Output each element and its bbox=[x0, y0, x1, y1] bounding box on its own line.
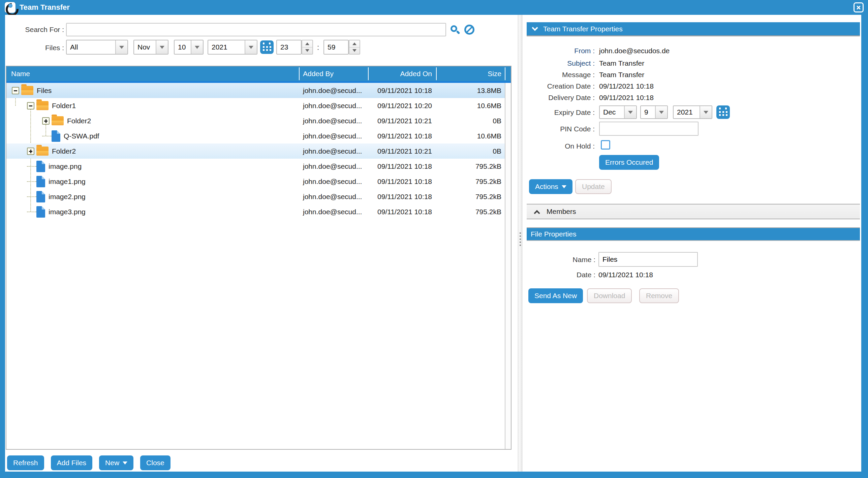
expiry-date-label: Expiry Date : bbox=[524, 108, 595, 117]
on-hold-checkbox[interactable] bbox=[601, 140, 610, 150]
year-select[interactable]: 2021 bbox=[208, 40, 257, 55]
actions-button[interactable]: Actions bbox=[529, 179, 572, 194]
file-name-text[interactable]: image2.png bbox=[49, 193, 86, 201]
expand-icon[interactable] bbox=[42, 117, 50, 125]
collapse-icon[interactable] bbox=[27, 102, 34, 109]
members-section-header[interactable]: Members bbox=[527, 204, 860, 219]
file-name-text[interactable]: Folder2 bbox=[52, 147, 76, 155]
dropdown-button[interactable] bbox=[191, 40, 203, 54]
tree-cell: Folder1 bbox=[6, 98, 298, 113]
search-icon[interactable] bbox=[451, 25, 457, 32]
file-name-input[interactable] bbox=[598, 252, 698, 267]
message-label: Message : bbox=[524, 71, 595, 79]
table-row[interactable]: image.pngjohn.doe@secud...09/11/2021 10:… bbox=[6, 159, 505, 174]
search-input[interactable] bbox=[66, 23, 446, 36]
size-cell: 795.2kB bbox=[436, 189, 501, 204]
file-name-text[interactable]: image1.png bbox=[49, 178, 86, 186]
hour-stepper[interactable] bbox=[302, 40, 313, 55]
file-name-text[interactable]: image.png bbox=[49, 162, 82, 170]
dropdown-button[interactable] bbox=[156, 40, 168, 54]
hour-input[interactable]: 23 bbox=[276, 40, 302, 55]
added-by-cell: john.doe@secud... bbox=[303, 204, 362, 219]
table-row[interactable]: Q-SWA.pdfjohn.doe@secud...09/11/2021 10:… bbox=[6, 128, 505, 144]
splitter-bar[interactable] bbox=[518, 15, 522, 472]
pin-code-label: PIN Code : bbox=[524, 125, 595, 133]
dropdown-button[interactable] bbox=[115, 40, 127, 54]
column-header-added-on[interactable]: Added On bbox=[369, 66, 432, 81]
table-row[interactable]: image2.pngjohn.doe@secud...09/11/2021 10… bbox=[6, 189, 505, 204]
chevron-down-icon bbox=[704, 111, 708, 114]
expand-icon[interactable] bbox=[27, 148, 34, 155]
dropdown-button[interactable] bbox=[245, 40, 257, 54]
close-button[interactable]: Close bbox=[140, 455, 170, 470]
add-files-button[interactable]: Add Files bbox=[51, 455, 93, 470]
minute-stepper[interactable] bbox=[349, 40, 360, 55]
expiry-calendar-icon[interactable] bbox=[716, 105, 730, 119]
month-select[interactable]: Nov bbox=[133, 40, 168, 55]
transfer-properties-header[interactable]: Team Transfer Properties bbox=[527, 22, 860, 36]
download-button[interactable]: Download bbox=[587, 288, 632, 303]
file-type-value: All bbox=[67, 43, 115, 51]
dropdown-button[interactable] bbox=[700, 106, 712, 118]
added-on-cell: 09/11/2021 10:18 bbox=[369, 128, 432, 144]
added-on-cell: 09/11/2021 10:18 bbox=[369, 83, 432, 98]
file-name-label: Name : bbox=[524, 256, 595, 264]
creation-date-value: 09/11/2021 10:18 bbox=[599, 82, 654, 90]
remove-button[interactable]: Remove bbox=[639, 288, 679, 303]
file-table: Name Added By Added On Size Filesjohn.do… bbox=[6, 66, 512, 450]
added-by-cell: john.doe@secud... bbox=[303, 144, 362, 159]
dropdown-button[interactable] bbox=[655, 106, 667, 118]
step-up-icon[interactable] bbox=[349, 40, 360, 47]
chevron-down-icon bbox=[123, 461, 127, 465]
panel-splitter[interactable] bbox=[516, 15, 524, 472]
file-name-text[interactable]: Folder2 bbox=[67, 117, 91, 125]
table-row[interactable]: image1.pngjohn.doe@secud...09/11/2021 10… bbox=[6, 174, 505, 189]
table-row[interactable]: image3.pngjohn.doe@secud...09/11/2021 10… bbox=[6, 204, 505, 219]
file-date-value: 09/11/2021 10:18 bbox=[598, 271, 653, 279]
step-down-icon[interactable] bbox=[349, 47, 360, 54]
column-header-name[interactable]: Name bbox=[11, 66, 30, 81]
size-cell: 13.8MB bbox=[436, 83, 501, 98]
calendar-icon[interactable] bbox=[260, 40, 274, 54]
collapse-icon[interactable] bbox=[12, 87, 19, 94]
refresh-button[interactable]: Refresh bbox=[7, 455, 44, 470]
column-header-size[interactable]: Size bbox=[436, 66, 501, 81]
send-as-new-button[interactable]: Send As New bbox=[528, 288, 583, 303]
table-row[interactable]: Folder1john.doe@secud...09/11/2021 10:20… bbox=[6, 98, 505, 113]
file-name-text[interactable]: image3.png bbox=[49, 208, 86, 216]
table-row[interactable]: Folder2john.doe@secud...09/11/2021 10:21… bbox=[6, 144, 505, 159]
expiry-year-select[interactable]: 2021 bbox=[673, 105, 712, 119]
splitter-grip-icon bbox=[520, 232, 521, 234]
step-up-icon[interactable] bbox=[302, 40, 312, 47]
chevron-up-icon[interactable] bbox=[534, 210, 540, 216]
dropdown-button[interactable] bbox=[624, 106, 636, 118]
added-by-cell: john.doe@secud... bbox=[303, 98, 362, 113]
step-down-icon[interactable] bbox=[302, 47, 312, 54]
pin-code-input[interactable] bbox=[599, 122, 699, 136]
table-row[interactable]: Folder2john.doe@secud...09/11/2021 10:21… bbox=[6, 113, 505, 128]
column-header-added-by[interactable]: Added By bbox=[303, 66, 334, 81]
month-value: Nov bbox=[134, 43, 156, 51]
errors-occured-button[interactable]: Errors Occured bbox=[599, 155, 659, 170]
added-on-cell: 09/11/2021 10:21 bbox=[369, 144, 432, 159]
file-name-text[interactable]: Files bbox=[37, 87, 52, 95]
day-select[interactable]: 10 bbox=[174, 40, 204, 55]
tree-cell: image.png bbox=[6, 159, 298, 174]
minute-input[interactable]: 59 bbox=[323, 40, 349, 55]
table-scrollbar-track[interactable] bbox=[505, 83, 511, 449]
file-name-text[interactable]: Folder1 bbox=[52, 102, 76, 110]
chevron-down-icon bbox=[160, 46, 164, 49]
file-icon bbox=[36, 176, 45, 187]
file-name-text[interactable]: Q-SWA.pdf bbox=[64, 132, 99, 140]
size-cell: 10.6MB bbox=[436, 128, 501, 144]
close-window-button[interactable] bbox=[854, 2, 864, 12]
expiry-day-select[interactable]: 9 bbox=[640, 105, 668, 119]
clear-search-icon[interactable] bbox=[464, 25, 474, 35]
chevron-down-icon[interactable] bbox=[532, 25, 538, 31]
transfer-properties-title: Team Transfer Properties bbox=[543, 25, 623, 33]
file-type-select[interactable]: All bbox=[66, 40, 128, 55]
update-button[interactable]: Update bbox=[575, 179, 612, 194]
table-row[interactable]: Filesjohn.doe@secud...09/11/2021 10:1813… bbox=[6, 83, 505, 98]
expiry-month-select[interactable]: Dec bbox=[599, 105, 637, 119]
new-button[interactable]: New bbox=[99, 455, 133, 470]
